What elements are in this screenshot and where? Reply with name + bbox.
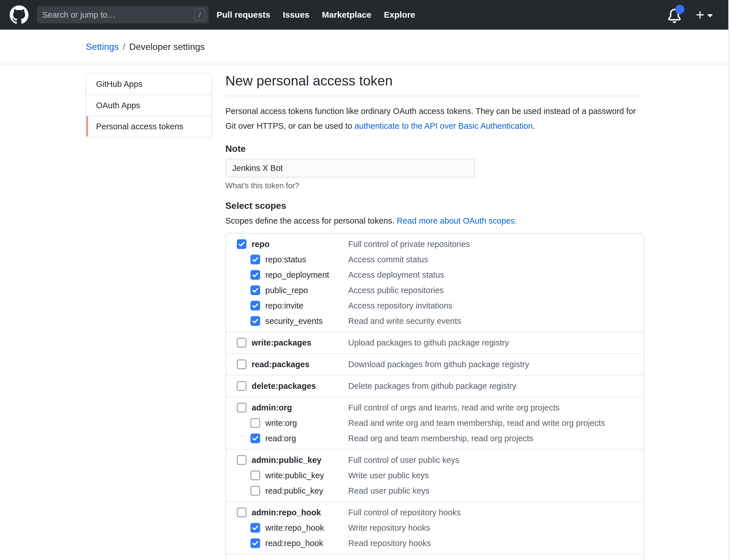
sidebar-item-oauth-apps[interactable]: OAuth Apps bbox=[86, 95, 211, 116]
sidebar-item-github-apps[interactable]: GitHub Apps bbox=[86, 73, 211, 95]
scope-description: Delete packages from github package regi… bbox=[348, 381, 516, 391]
note-help-text: What’s this token for? bbox=[225, 181, 644, 190]
scope-row-admin:org_hook: admin:org_hookFull control of organizati… bbox=[226, 557, 644, 560]
oauth-scopes-link[interactable]: Read more about OAuth scopes. bbox=[397, 216, 517, 225]
checkbox-read:packages[interactable] bbox=[237, 359, 246, 369]
scope-description: Full control of user public keys bbox=[348, 455, 459, 465]
checkbox-repo:status[interactable] bbox=[250, 255, 260, 264]
slash-key-hint: / bbox=[194, 9, 205, 21]
main-panel: New personal access token Personal acces… bbox=[225, 73, 644, 560]
scope-name-label: admin:org bbox=[251, 403, 292, 412]
scope-row-write:packages: write:packagesUpload packages to github … bbox=[226, 335, 644, 350]
scope-name-label: read:org bbox=[265, 434, 296, 443]
checkbox-admin:repo_hook[interactable] bbox=[237, 508, 246, 517]
caret-down-icon bbox=[707, 14, 713, 17]
plus-icon: + bbox=[696, 7, 704, 22]
scope-group: read:packagesDownload packages from gith… bbox=[226, 353, 644, 375]
checkbox-write:org[interactable] bbox=[250, 418, 260, 428]
checkbox-admin:org[interactable] bbox=[237, 403, 246, 412]
scope-description: Access commit status bbox=[348, 255, 428, 264]
intro-paragraph: Personal access tokens function like ord… bbox=[225, 104, 644, 133]
scope-group: admin:orgFull control of orgs and teams,… bbox=[226, 397, 644, 449]
scope-name-label: write:org bbox=[265, 418, 297, 428]
checkbox-admin:public_key[interactable] bbox=[237, 455, 246, 465]
checkbox-repo:invite[interactable] bbox=[250, 301, 260, 310]
sidebar-item-personal-access-tokens[interactable]: Personal access tokens bbox=[86, 116, 211, 137]
create-new-menu[interactable]: + bbox=[696, 7, 713, 22]
developer-settings-menu: GitHub Apps OAuth Apps Personal access t… bbox=[86, 73, 212, 137]
notifications-bell-icon[interactable] bbox=[667, 7, 682, 23]
scope-description: Full control of private repositories bbox=[348, 240, 470, 249]
scope-name-label: repo:invite bbox=[265, 301, 303, 310]
scopes-description-text: Scopes define the access for personal to… bbox=[225, 216, 397, 225]
scope-name-label: read:packages bbox=[251, 360, 309, 369]
breadcrumb-bar: Settings / Developer settings bbox=[0, 30, 730, 64]
checkbox-write:repo_hook[interactable] bbox=[250, 523, 260, 533]
nav-explore[interactable]: Explore bbox=[384, 10, 415, 20]
scope-group: repoFull control of private repositories… bbox=[226, 234, 644, 332]
scope-row-write:repo_hook: write:repo_hookWrite repository hooks bbox=[226, 520, 644, 536]
checkbox-public_repo[interactable] bbox=[250, 285, 260, 295]
scope-row-write:org: write:orgRead and write org and team mem… bbox=[226, 415, 644, 431]
scope-name-label: read:public_key bbox=[265, 486, 323, 496]
scope-group: admin:org_hookFull control of organizati… bbox=[226, 554, 644, 560]
checkbox-repo_deployment[interactable] bbox=[250, 270, 260, 280]
content-container: GitHub Apps OAuth Apps Personal access t… bbox=[86, 64, 644, 560]
scope-row-read:public_key: read:public_keyRead user public keys bbox=[226, 483, 644, 498]
search-input[interactable] bbox=[42, 10, 194, 20]
scope-row-repo: repoFull control of private repositories bbox=[226, 236, 644, 252]
top-nav: Pull requests Issues Marketplace Explore bbox=[216, 10, 415, 20]
breadcrumb-settings-link[interactable]: Settings bbox=[86, 42, 119, 52]
checkbox-delete:packages[interactable] bbox=[237, 381, 246, 391]
intro-period: . bbox=[533, 121, 535, 130]
scope-name-label: admin:public_key bbox=[251, 455, 321, 465]
scope-name-label: repo_deployment bbox=[265, 270, 329, 280]
checkbox-write:packages[interactable] bbox=[237, 338, 246, 348]
scope-name-label: repo:status bbox=[265, 255, 306, 264]
scrollbar-track[interactable] bbox=[728, 0, 730, 560]
checkbox-read:public_key[interactable] bbox=[250, 486, 260, 496]
scope-row-security_events: security_eventsRead and write security e… bbox=[226, 313, 644, 329]
scope-description: Read org and team membership, read org p… bbox=[348, 434, 533, 443]
select-scopes-label: Select scopes bbox=[225, 201, 644, 211]
scopes-box: repoFull control of private repositories… bbox=[225, 233, 644, 560]
checkbox-repo[interactable] bbox=[237, 239, 246, 249]
top-header: / Pull requests Issues Marketplace Explo… bbox=[0, 0, 730, 30]
scope-name-label: repo bbox=[251, 240, 269, 249]
scope-name-label: read:repo_hook bbox=[265, 539, 323, 548]
nav-pull-requests[interactable]: Pull requests bbox=[216, 10, 270, 20]
header-right: + bbox=[667, 7, 719, 23]
scope-group: write:packagesUpload packages to github … bbox=[226, 332, 644, 353]
scope-description: Full control of repository hooks bbox=[348, 508, 461, 517]
scope-row-admin:repo_hook: admin:repo_hookFull control of repositor… bbox=[226, 505, 644, 520]
scope-description: Access public repositories bbox=[348, 286, 444, 295]
scope-row-repo:invite: repo:inviteAccess repository invitations bbox=[226, 298, 644, 313]
note-label: Note bbox=[225, 144, 644, 154]
scope-row-public_repo: public_repoAccess public repositories bbox=[226, 283, 644, 298]
scope-description: Access repository invitations bbox=[348, 301, 453, 310]
scope-description: Upload packages to github package regist… bbox=[348, 338, 509, 348]
github-logo-icon[interactable] bbox=[10, 5, 28, 24]
unread-notification-dot bbox=[675, 5, 684, 14]
scope-description: Download packages from github package re… bbox=[348, 360, 529, 369]
basic-auth-link[interactable]: authenticate to the API over Basic Authe… bbox=[354, 121, 533, 130]
scope-group: admin:repo_hookFull control of repositor… bbox=[226, 501, 644, 554]
checkbox-security_events[interactable] bbox=[250, 316, 260, 326]
checkbox-read:org[interactable] bbox=[250, 434, 260, 443]
scope-description: Write repository hooks bbox=[348, 523, 430, 533]
scope-description: Access deployment status bbox=[348, 270, 444, 280]
scope-description: Read user public keys bbox=[348, 486, 430, 496]
scope-name-label: write:repo_hook bbox=[265, 523, 324, 533]
scope-description: Read and write security events bbox=[348, 316, 461, 326]
scope-name-label: admin:repo_hook bbox=[251, 508, 321, 517]
scope-name-label: public_repo bbox=[265, 286, 308, 295]
scope-group: delete:packagesDelete packages from gith… bbox=[226, 375, 644, 397]
nav-issues[interactable]: Issues bbox=[283, 10, 309, 20]
nav-marketplace[interactable]: Marketplace bbox=[322, 10, 371, 20]
breadcrumb-separator: / bbox=[123, 42, 125, 52]
scope-row-admin:org: admin:orgFull control of orgs and teams,… bbox=[226, 400, 644, 415]
checkbox-write:public_key[interactable] bbox=[250, 471, 260, 480]
checkbox-read:repo_hook[interactable] bbox=[250, 538, 260, 548]
note-input[interactable] bbox=[225, 159, 475, 177]
scope-row-repo:status: repo:statusAccess commit status bbox=[226, 252, 644, 267]
